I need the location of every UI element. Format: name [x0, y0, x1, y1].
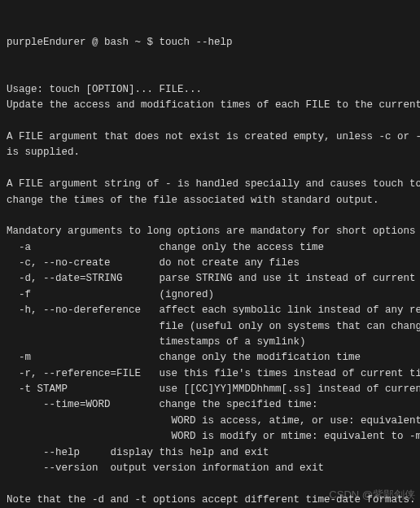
output-line: -t STAMP use [[CC]YY]MMDDhhmm[.ss] inste…: [7, 382, 413, 397]
output-line: -d, --date=STRING parse STRING and use i…: [7, 271, 413, 287]
output-line: -a change only the access time: [7, 240, 413, 256]
output-line: file (useful only on systems that can ch…: [7, 319, 413, 335]
typed-command: touch --help: [160, 37, 233, 48]
shell-prompt: purpleEndurer @ bash ~ $: [7, 37, 160, 48]
output-line: --time=WORD change the specified time:: [7, 397, 413, 413]
output-line: [7, 476, 413, 492]
output-line: -f (ignored): [7, 287, 413, 303]
output-line: [7, 114, 413, 129]
output-line: WORD is modify or mtime: equivalent to -…: [7, 429, 413, 444]
output-line: is supplied.: [7, 145, 413, 160]
output-line: -r, --reference=FILE use this file's tim…: [7, 366, 413, 382]
prompt-line: purpleEndurer @ bash ~ $ touch --help: [7, 35, 413, 50]
output-line: A FILE argument string of - is handled s…: [7, 177, 413, 192]
help-output: Usage: touch [OPTION]... FILE...Update t…: [7, 82, 413, 508]
output-line: -h, --no-dereference affect each symboli…: [7, 303, 413, 318]
output-line: timestamps of a symlink): [7, 335, 413, 350]
output-line: --version output version information and…: [7, 461, 413, 476]
output-line: WORD is access, atime, or use: equivalen…: [7, 414, 413, 429]
output-line: Mandatory arguments to long options are …: [7, 224, 413, 239]
output-line: [7, 161, 413, 177]
output-line: -m change only the modification time: [7, 350, 413, 366]
output-line: change the times of the file associated …: [7, 193, 413, 208]
output-line: [7, 208, 413, 224]
output-line: A FILE argument that does not exist is c…: [7, 129, 413, 145]
output-line: --help display this help and exit: [7, 445, 413, 461]
output-line: Usage: touch [OPTION]... FILE...: [7, 82, 413, 98]
output-line: Note that the -d and -t options accept d…: [7, 493, 413, 508]
terminal-output: purpleEndurer @ bash ~ $ touch --help Us…: [7, 3, 413, 508]
output-line: Update the access and modification times…: [7, 98, 413, 113]
output-line: -c, --no-create do not create any files: [7, 256, 413, 271]
